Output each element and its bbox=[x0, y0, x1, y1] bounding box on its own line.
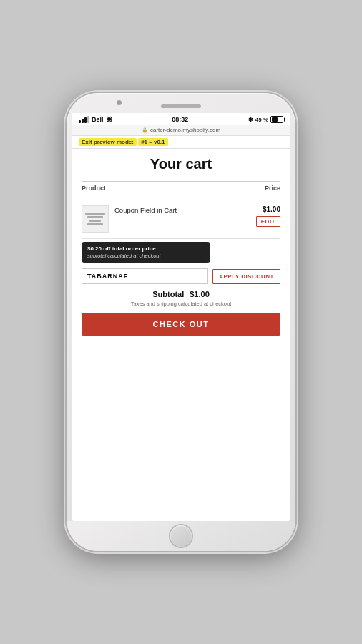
bar4 bbox=[87, 116, 89, 123]
edit-button[interactable]: EDIT bbox=[256, 216, 280, 227]
signal-bars bbox=[79, 116, 89, 123]
coupon-section: APPLY DISCOUNT bbox=[82, 268, 280, 284]
tax-note: Taxes and shipping calculated at checkou… bbox=[82, 301, 280, 307]
product-price: $1.00 bbox=[263, 205, 280, 213]
product-column-header: Product bbox=[82, 185, 106, 192]
cart-table-header: Product Price bbox=[82, 181, 280, 195]
battery-icon bbox=[270, 116, 283, 123]
front-camera bbox=[117, 100, 122, 105]
subtotal-label: Subtotal bbox=[152, 290, 184, 298]
img-line-2 bbox=[87, 216, 103, 218]
bar2 bbox=[82, 119, 84, 123]
time-display: 08:32 bbox=[172, 116, 188, 123]
phone-top-bar bbox=[67, 93, 295, 113]
phone-shell: Bell ⌘ 08:32 ✱ 49 % 🔒 carter-demo.myshop… bbox=[67, 93, 295, 551]
img-line-3 bbox=[89, 220, 102, 222]
preview-badge[interactable]: #1 – v0.1 bbox=[138, 138, 167, 146]
wifi-icon: ⌘ bbox=[106, 116, 112, 123]
discount-tooltip: $0.20 off total order price subtotal cal… bbox=[82, 242, 210, 263]
product-image bbox=[82, 205, 109, 233]
price-column-header: Price bbox=[265, 185, 280, 192]
status-left: Bell ⌘ bbox=[79, 116, 112, 123]
product-info: Coupon Field in Cart bbox=[114, 205, 250, 215]
speaker bbox=[161, 104, 201, 108]
checkout-button[interactable]: CHECK OUT bbox=[82, 313, 280, 336]
coupon-input[interactable] bbox=[82, 268, 208, 284]
lock-icon: 🔒 bbox=[142, 127, 148, 133]
bluetooth-icon: ✱ bbox=[248, 117, 253, 123]
battery-fill bbox=[272, 117, 278, 122]
cart-content: Your cart Product Price Coupon Field in … bbox=[72, 149, 290, 521]
cart-item: Coupon Field in Cart $1.00 EDIT bbox=[82, 200, 280, 239]
cart-title: Your cart bbox=[82, 156, 280, 172]
status-right: ✱ 49 % bbox=[248, 116, 283, 123]
bar1 bbox=[79, 120, 81, 123]
preview-banner[interactable]: Exit preview mode: #1 – v0.1 bbox=[72, 136, 290, 149]
cart-item-right: $1.00 EDIT bbox=[256, 205, 280, 227]
battery-percent: 49 % bbox=[255, 117, 268, 123]
apply-discount-button[interactable]: APPLY DISCOUNT bbox=[212, 269, 280, 284]
subtotal-value: $1.00 bbox=[190, 290, 210, 298]
carrier-name: Bell bbox=[92, 116, 104, 123]
product-name: Coupon Field in Cart bbox=[114, 205, 250, 215]
phone-bottom bbox=[67, 521, 295, 551]
subtotal-row: Subtotal $1.00 bbox=[82, 290, 280, 298]
img-line-1 bbox=[85, 213, 105, 215]
discount-sub-text: subtotal calculated at checkout bbox=[87, 253, 205, 259]
url-text: carter-demo.myshopify.com bbox=[150, 127, 220, 133]
discount-main-text: $0.20 off total order price bbox=[87, 245, 205, 252]
url-bar[interactable]: 🔒 carter-demo.myshopify.com bbox=[72, 125, 290, 136]
status-bar: Bell ⌘ 08:32 ✱ 49 % bbox=[72, 113, 290, 125]
bar3 bbox=[84, 117, 87, 123]
preview-prefix: Exit preview mode: bbox=[79, 138, 137, 146]
phone-screen: Bell ⌘ 08:32 ✱ 49 % 🔒 carter-demo.myshop… bbox=[72, 113, 290, 521]
home-button[interactable] bbox=[170, 525, 192, 547]
img-line-4 bbox=[87, 223, 103, 225]
